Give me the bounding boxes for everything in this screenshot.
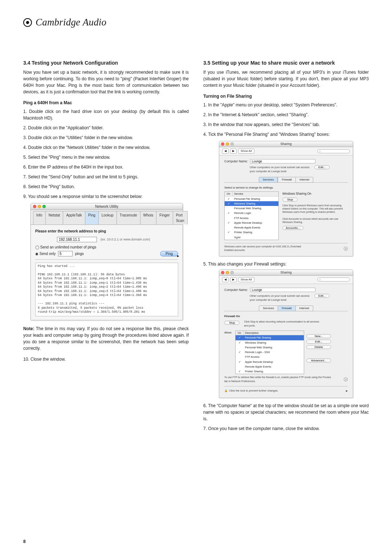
help-icon[interactable]: ?: [344, 377, 348, 381]
netutil-tab-ping[interactable]: Ping: [85, 211, 99, 224]
service-row[interactable]: Xgrid: [225, 235, 278, 240]
ping-prompt: Please enter the network address to ping: [35, 228, 178, 234]
tab-firewall[interactable]: Firewall: [278, 177, 296, 183]
ping-step: 6. Enter the IP address of the 640H in t…: [23, 164, 189, 170]
ip-input[interactable]: [57, 237, 97, 242]
radio-unlimited[interactable]: ◯ Send an unlimited number of pings: [35, 244, 178, 250]
service-row[interactable]: ✓Apple Remote Desktop: [225, 220, 278, 225]
accounts-button[interactable]: Accounts...: [282, 226, 303, 230]
nav-fwd-button[interactable]: ▶: [230, 149, 237, 154]
right-column: 3.5 Setting up your Mac to share music o…: [203, 59, 369, 435]
lock-row[interactable]: 🔒 Click the lock to prevent further chan…: [224, 386, 348, 395]
computer-name-input[interactable]: [250, 159, 315, 163]
window-title: Sharing: [219, 142, 353, 147]
service-checkbox[interactable]: ✓: [236, 341, 244, 345]
service-row[interactable]: ✓Printer Sharing: [225, 230, 278, 235]
edit-button[interactable]: Edit...: [314, 165, 330, 169]
advanced-button[interactable]: Advanced...: [306, 358, 331, 362]
service-name: Personal File Sharing: [233, 197, 260, 201]
firewall-stop-button[interactable]: Stop: [224, 321, 240, 325]
cursor-icon: ▸: [346, 388, 348, 393]
share-step-5: 5. This also changes your Firewall setti…: [203, 261, 369, 267]
section-3-4-heading: 3.4 Testing your Network Configuration: [23, 59, 189, 67]
sharing-tabs: ServicesFirewallInternet: [224, 177, 348, 183]
service-row[interactable]: ✓Remote Login: [225, 211, 278, 215]
new-button[interactable]: New...: [306, 334, 331, 338]
tab-services[interactable]: Services: [259, 305, 278, 311]
service-row[interactable]: FTP Access: [225, 216, 278, 220]
radio-sendonly[interactable]: ◉ Send only pings: [35, 251, 84, 256]
service-checkbox[interactable]: ✓: [236, 336, 244, 340]
netutil-tab[interactable]: Info: [33, 211, 46, 224]
netutil-tab[interactable]: Traceroute: [117, 211, 140, 224]
service-row[interactable]: Remote Apple Events: [225, 225, 278, 230]
sharing-firewall-screenshot: Sharing ◀ ▶ Show All ⌕ Computer Name: Ot…: [219, 270, 353, 398]
nav-fwd-button[interactable]: ▶: [230, 277, 237, 282]
note-paragraph: Note: The time in ms may vary. If you do…: [23, 325, 189, 352]
service-checkbox[interactable]: ✓: [225, 211, 233, 215]
service-row[interactable]: Remote Apple Events: [236, 364, 304, 369]
service-checkbox[interactable]: ✓: [236, 350, 244, 354]
showall-button[interactable]: Show All: [238, 149, 254, 154]
help-icon[interactable]: ?: [344, 247, 348, 251]
edit-button[interactable]: Edit...: [314, 294, 330, 298]
nav-back-button[interactable]: ◀: [222, 149, 229, 154]
service-checkbox[interactable]: ✓: [225, 202, 233, 206]
service-checkbox[interactable]: ✓: [236, 369, 244, 373]
service-row[interactable]: ✓Printer Sharing: [236, 369, 304, 374]
edit-fw-button[interactable]: Edit...: [306, 340, 331, 344]
ping-step: 3. Double click on the "Utilities" folde…: [23, 134, 189, 141]
ping-count-input[interactable]: [58, 251, 73, 256]
tab-internet[interactable]: Internet: [296, 177, 313, 183]
computer-name-label: Computer Name:: [224, 159, 248, 164]
search-input[interactable]: ⌕: [317, 278, 350, 281]
search-input[interactable]: ⌕: [317, 149, 350, 153]
ping-button[interactable]: Ping▸: [160, 251, 178, 256]
service-row[interactable]: Personal Web Sharing: [236, 345, 304, 350]
service-row[interactable]: ✓Windows Sharing: [236, 340, 304, 345]
netutil-tab[interactable]: AppleTalk: [63, 211, 85, 224]
service-checkbox[interactable]: ✓: [225, 230, 233, 234]
enabled-accounts: Enabled accounts:: [224, 248, 301, 252]
service-name: Remote Apple Events: [244, 365, 271, 369]
service-row[interactable]: ✓Windows Sharing: [225, 201, 278, 206]
service-checkbox[interactable]: ✓: [225, 197, 233, 201]
service-name: Apple Remote Desktop: [244, 360, 273, 364]
service-checkbox[interactable]: ✓: [236, 360, 244, 364]
tab-firewall[interactable]: Firewall: [278, 305, 296, 311]
ping-step: 2. Double click on the "Application" fol…: [23, 125, 189, 131]
service-row[interactable]: ✓Personal File Sharing: [225, 197, 278, 201]
window-title: Sharing: [219, 270, 353, 275]
service-row[interactable]: ✓Apple Remote Desktop: [236, 360, 304, 364]
svg-point-1: [26, 21, 29, 24]
tab-services[interactable]: Services: [259, 177, 278, 183]
service-name: Personal Web Sharing: [233, 206, 261, 210]
access-footer: Windows users can access your computer a…: [224, 245, 301, 249]
ping-subheading: Ping a 640H from a Mac: [23, 100, 189, 106]
share-step: 7. Once you have set the computer name, …: [203, 425, 369, 432]
service-row[interactable]: ✓Remote Login - SSH: [236, 350, 304, 355]
netutil-tab[interactable]: Netstat: [45, 211, 64, 224]
ip-hint: (ex. 10.0.2.1 or www.domain.com): [101, 237, 150, 242]
service-checkbox[interactable]: ✓: [225, 221, 233, 225]
service-row[interactable]: Personal Web Sharing: [225, 206, 278, 211]
netutil-tab[interactable]: Whois: [140, 211, 157, 224]
tab-internet[interactable]: Internet: [296, 305, 313, 311]
ping-step: 1. Double click on the hard drive icon o…: [23, 108, 189, 121]
ping-step: 4. Double click on the "Network Utilitie…: [23, 144, 189, 151]
service-name: Xgrid: [233, 235, 241, 239]
netutil-tab[interactable]: Lookup: [98, 211, 117, 224]
stop-button[interactable]: Stop: [282, 198, 298, 202]
service-name: Windows Sharing: [244, 341, 266, 345]
netutil-tab[interactable]: Finger: [156, 211, 173, 224]
showall-button[interactable]: Show All: [238, 277, 254, 282]
netutil-tab[interactable]: Port Scan: [173, 211, 188, 224]
service-row[interactable]: FTP Access: [236, 355, 304, 359]
section-3-4-intro: Now you have set up a basic network, it …: [23, 69, 189, 95]
service-row[interactable]: ✓Personal File Sharing: [236, 335, 304, 340]
cursor-icon: ▸: [177, 254, 179, 258]
delete-button[interactable]: Delete: [306, 345, 331, 349]
computer-name-input[interactable]: [250, 288, 315, 292]
nav-back-button[interactable]: ◀: [222, 277, 229, 282]
filesharing-subheading: Turning on File Sharing: [203, 93, 369, 100]
